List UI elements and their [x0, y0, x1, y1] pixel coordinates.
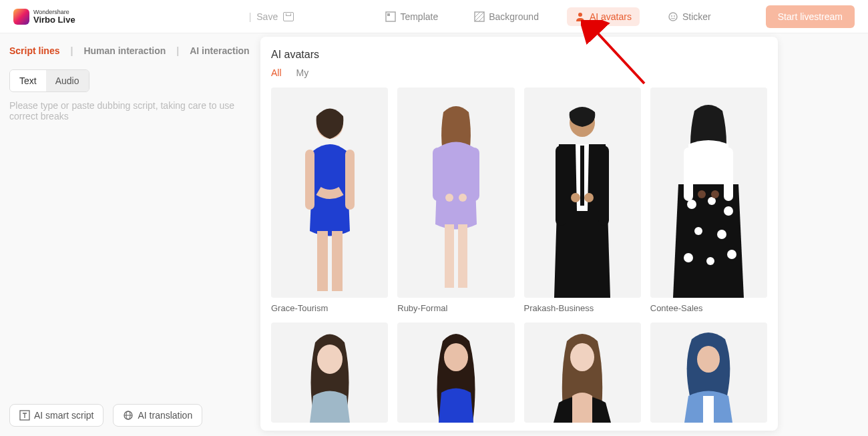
svg-rect-13 — [345, 150, 355, 210]
avatar-figure — [286, 97, 373, 298]
svg-rect-12 — [305, 150, 314, 210]
svg-rect-14 — [317, 231, 328, 291]
globe-icon — [123, 410, 134, 421]
svg-point-37 — [727, 250, 736, 259]
sticker-icon — [668, 11, 678, 22]
avatar-thumb — [397, 322, 514, 423]
avatar-thumb — [524, 322, 641, 423]
svg-rect-26 — [598, 146, 609, 226]
svg-point-27 — [571, 193, 580, 202]
nav-sticker[interactable]: Sticker — [660, 7, 719, 26]
svg-point-28 — [584, 193, 594, 202]
nav-center: Template Background AI avatars Sticker S… — [377, 5, 855, 28]
avatar-thumb — [271, 322, 388, 423]
logo-text: Wondershare Virbo Live — [33, 9, 75, 24]
avatar-grid: Grace-Tourism Ruby-Formal — [271, 87, 767, 423]
nav-avatars[interactable]: AI avatars — [567, 7, 640, 26]
avatar-card[interactable] — [271, 322, 388, 423]
avatar-card[interactable]: Ruby-Formal — [397, 87, 514, 313]
svg-rect-38 — [684, 148, 693, 201]
avatar-thumb — [524, 87, 641, 298]
nav-template[interactable]: Template — [377, 7, 446, 26]
svg-point-45 — [697, 346, 720, 373]
save-icon — [283, 12, 294, 21]
avatar-card[interactable]: Contee-Sales — [650, 87, 767, 313]
divider: | — [249, 11, 252, 22]
avatar-figure — [416, 322, 496, 423]
background-icon — [474, 11, 485, 22]
ai-smart-script-label: AI smart script — [34, 410, 93, 421]
svg-rect-1 — [387, 13, 390, 16]
filter-my[interactable]: My — [296, 67, 309, 78]
ai-smart-script-button[interactable]: AI smart script — [9, 404, 103, 427]
svg-point-42 — [317, 345, 343, 374]
svg-point-33 — [694, 227, 702, 235]
filter-all[interactable]: All — [271, 67, 282, 78]
svg-point-36 — [706, 257, 714, 265]
avatar-caption: Contee-Sales — [650, 303, 767, 313]
svg-point-40 — [698, 190, 706, 198]
avatar-icon — [575, 11, 586, 22]
nav-background-label: Background — [489, 11, 539, 22]
avatar-card[interactable] — [650, 322, 767, 423]
avatar-card[interactable] — [524, 322, 641, 423]
tab-human-interaction[interactable]: Human interaction — [83, 45, 166, 56]
avatar-figure — [290, 322, 370, 423]
ai-translation-button[interactable]: AI translation — [113, 404, 202, 427]
avatar-thumb — [271, 87, 388, 298]
brand-logo[interactable]: Wondershare Virbo Live — [13, 9, 75, 25]
svg-rect-17 — [433, 148, 443, 201]
avatar-card[interactable] — [397, 322, 514, 423]
tab-script-lines[interactable]: Script lines — [9, 45, 59, 56]
svg-point-3 — [578, 13, 582, 17]
avatar-figure — [668, 322, 748, 423]
svg-rect-21 — [445, 224, 454, 288]
svg-point-32 — [724, 206, 733, 216]
svg-point-41 — [711, 190, 719, 198]
save-button[interactable]: Save — [256, 11, 278, 22]
nav-background[interactable]: Background — [466, 7, 547, 26]
ai-translation-label: AI translation — [138, 410, 192, 421]
start-livestream-button[interactable]: Start livestream — [766, 5, 855, 28]
avatar-figure — [539, 322, 626, 423]
template-icon — [385, 11, 396, 22]
avatar-thumb — [650, 322, 767, 423]
left-panel: Script lines | Human interaction | AI in… — [0, 33, 260, 436]
avatars-panel: AI avatars All My Grace-Tourism — [260, 37, 778, 431]
avatar-card[interactable]: Grace-Tourism — [271, 87, 388, 313]
tab-ai-interaction[interactable]: AI interaction — [190, 45, 249, 56]
bottom-buttons: AI smart script AI translation — [9, 404, 202, 427]
panel-title: AI avatars — [271, 49, 767, 61]
avatar-thumb — [397, 87, 514, 298]
avatar-figure — [658, 97, 758, 298]
mode-tabs: Text Audio — [9, 69, 89, 92]
save-group: | Save — [249, 11, 294, 22]
svg-point-43 — [444, 343, 468, 371]
svg-point-4 — [669, 13, 677, 21]
filter-tabs: All My — [271, 67, 767, 78]
svg-rect-15 — [332, 231, 343, 291]
svg-point-44 — [570, 343, 594, 371]
mode-text[interactable]: Text — [10, 70, 46, 91]
svg-rect-22 — [458, 224, 467, 288]
svg-point-6 — [674, 15, 675, 17]
mode-audio[interactable]: Audio — [46, 70, 89, 91]
avatar-caption: Prakash-Business — [524, 303, 641, 313]
avatar-figure — [535, 97, 629, 298]
nav-template-label: Template — [400, 11, 438, 22]
top-bar: Wondershare Virbo Live | Save Template B… — [0, 0, 868, 33]
avatar-caption: Grace-Tourism — [271, 303, 388, 313]
avatar-figure — [413, 97, 499, 298]
brand-line2: Virbo Live — [33, 15, 75, 24]
avatar-card[interactable]: Prakash-Business — [524, 87, 641, 313]
svg-rect-24 — [580, 146, 584, 206]
avatar-thumb — [650, 87, 767, 298]
script-textarea[interactable] — [9, 100, 251, 354]
svg-rect-18 — [469, 148, 479, 201]
svg-point-19 — [445, 194, 453, 202]
nav-avatars-label: AI avatars — [590, 11, 632, 22]
svg-point-34 — [717, 230, 726, 239]
svg-rect-25 — [556, 146, 566, 226]
text-box-icon — [19, 410, 30, 421]
logo-icon — [13, 9, 29, 25]
